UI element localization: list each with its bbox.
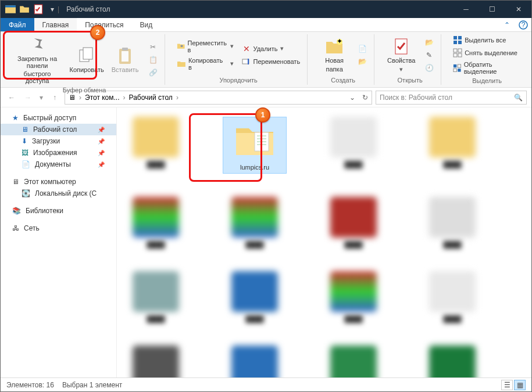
forward-button[interactable]: →	[22, 91, 34, 104]
close-button[interactable]: ✕	[505, 1, 531, 18]
sidebar-local-disk[interactable]: 💽Локальный диск (C	[1, 188, 116, 199]
up-button[interactable]: ↑	[48, 91, 61, 104]
refresh-button[interactable]: ↻	[362, 93, 368, 102]
file-item[interactable]: ████	[420, 197, 484, 248]
pin-quick-access-button[interactable]: Закрепить на панели быстрого доступа	[9, 34, 66, 85]
tab-home[interactable]: Главная	[34, 18, 77, 31]
file-item[interactable]: ████	[322, 346, 385, 377]
help-button[interactable]: ?	[515, 18, 531, 31]
sidebar-pictures[interactable]: 🖼Изображения📌	[1, 147, 116, 159]
file-item[interactable]: ████	[124, 197, 188, 248]
invert-selection-button[interactable]: Обратить выделение	[451, 60, 523, 76]
sidebar-quick-access[interactable]: ★Быстрый доступ	[1, 112, 116, 124]
svg-rect-8	[122, 51, 128, 62]
file-item[interactable]: ████	[322, 117, 385, 174]
addr-dropdown[interactable]: ⌄	[349, 93, 355, 102]
file-item[interactable]: ████	[420, 271, 484, 322]
folder-lumpics[interactable]: lumpics.ru	[223, 117, 287, 174]
group-open: Свойства▾ 📂 ✎ 🕘 Открыть	[379, 34, 441, 85]
status-bar: Элементов: 16 Выбран 1 элемент ☰ ▦	[1, 377, 531, 391]
address-bar[interactable]: 🖥 › Этот ком... › Рабочий стол › ⌄ ↻	[65, 91, 372, 105]
svg-rect-17	[454, 41, 457, 44]
file-item[interactable]: ████	[223, 197, 287, 248]
group-label-clipboard: Буфер обмена	[63, 87, 106, 93]
qat-dropdown[interactable]: ▾	[47, 4, 58, 15]
sidebar-documents[interactable]: 📄Документы📌	[1, 159, 116, 170]
tab-file[interactable]: Файл	[1, 18, 34, 31]
search-box[interactable]: Поиск в: Рабочий стол 🔍	[376, 91, 527, 105]
collapse-ribbon-button[interactable]: ⌃	[499, 18, 515, 31]
properties-qat-icon[interactable]	[33, 4, 44, 15]
search-icon: 🔍	[514, 93, 523, 102]
titlebar: ▾ | Рабочий стол ─ ☐ ✕	[1, 1, 531, 18]
sidebar-desktop[interactable]: 🖥Рабочий стол📌	[1, 124, 116, 135]
group-organize: Переместить в ▾ Копировать в ▾ ✕Удалить …	[170, 34, 308, 85]
path-icon: 📋	[148, 55, 158, 64]
file-item[interactable]: ████	[420, 117, 484, 174]
recent-dropdown[interactable]: ▾	[38, 91, 45, 104]
breadcrumb-root[interactable]: Этот ком...	[85, 93, 120, 102]
group-label-organize: Упорядочить	[219, 77, 257, 84]
navigation-pane: ★Быстрый доступ 🖥Рабочий стол📌 ⬇Загрузки…	[1, 107, 117, 377]
breadcrumb-current[interactable]: Рабочий стол	[129, 93, 173, 102]
view-details-button[interactable]: ☰	[501, 380, 513, 390]
minimize-button[interactable]: ─	[453, 1, 479, 18]
explorer-window: ▾ | Рабочий стол ─ ☐ ✕ Файл Главная Поде…	[0, 0, 532, 392]
copy-icon	[77, 46, 96, 65]
copy-button[interactable]: Копировать	[69, 45, 104, 74]
file-item[interactable]: ████	[322, 197, 385, 248]
pc-icon: 🖥	[69, 93, 76, 102]
file-item[interactable]: ████	[223, 271, 287, 322]
maximize-button[interactable]: ☐	[479, 1, 505, 18]
edit-button[interactable]: ✎	[422, 49, 436, 61]
sidebar-this-pc[interactable]: 🖥Этот компьютер	[1, 176, 116, 188]
sidebar-downloads[interactable]: ⬇Загрузки📌	[1, 135, 116, 147]
delete-button[interactable]: ✕Удалить ▾	[240, 43, 303, 55]
file-item[interactable]: ████	[420, 346, 484, 377]
select-all-icon	[453, 35, 462, 45]
pin-icon: 📌	[98, 161, 105, 168]
group-create: ✦ Новаяпапка 📄 📂 Создать	[312, 34, 374, 85]
sidebar-network[interactable]: 🖧Сеть	[1, 222, 116, 234]
cut-button[interactable]: ✂	[146, 41, 160, 53]
new-folder-button[interactable]: ✦ Новаяпапка	[317, 36, 352, 73]
disk-icon: 💽	[22, 189, 30, 197]
select-all-button[interactable]: Выделить все	[451, 34, 523, 46]
rename-button[interactable]: Переименовать	[240, 56, 303, 67]
sidebar-libraries[interactable]: 📚Библиотеки	[1, 205, 116, 217]
file-item[interactable]: ████	[322, 271, 385, 322]
view-icons-button[interactable]: ▦	[514, 380, 526, 390]
move-to-button[interactable]: Переместить в ▾	[174, 38, 235, 55]
file-item[interactable]: ████	[124, 271, 188, 322]
svg-rect-9	[122, 48, 128, 51]
scissors-icon: ✂	[148, 42, 158, 52]
group-label-open: Открыть	[398, 77, 423, 84]
pushpin-icon	[28, 35, 47, 54]
content-area[interactable]: 1 ████lumpics.ru████████████████████████…	[117, 107, 531, 377]
easy-access-button[interactable]: 📂	[355, 56, 369, 67]
svg-rect-18	[458, 41, 462, 44]
svg-rect-16	[458, 36, 462, 39]
tab-view[interactable]: Вид	[131, 18, 160, 31]
svg-rect-23	[454, 64, 456, 67]
open-button[interactable]: 📂	[422, 37, 436, 48]
pin-icon: 📌	[98, 127, 105, 133]
search-placeholder: Поиск в: Рабочий стол	[380, 93, 452, 102]
shortcut-icon: 🔗	[148, 68, 158, 77]
file-item[interactable]: ████	[223, 346, 287, 377]
select-none-button[interactable]: Снять выделение	[451, 47, 523, 59]
paste-button[interactable]: Вставить	[108, 45, 142, 74]
properties-button[interactable]: Свойства▾	[384, 36, 419, 73]
pin-icon: 📌	[98, 138, 105, 145]
svg-rect-22	[458, 53, 462, 57]
paste-shortcut-button[interactable]: 🔗	[146, 67, 160, 78]
file-item[interactable]: ████	[124, 117, 188, 174]
new-item-button[interactable]: 📄	[355, 43, 369, 55]
history-button[interactable]: 🕘	[422, 62, 436, 74]
svg-rect-11	[248, 59, 249, 64]
download-icon: ⬇	[22, 137, 27, 145]
file-item[interactable]: ████	[124, 346, 188, 377]
back-button[interactable]: ←	[5, 91, 18, 104]
copy-to-button[interactable]: Копировать в ▾	[174, 56, 235, 72]
copy-path-button[interactable]: 📋	[146, 54, 160, 66]
